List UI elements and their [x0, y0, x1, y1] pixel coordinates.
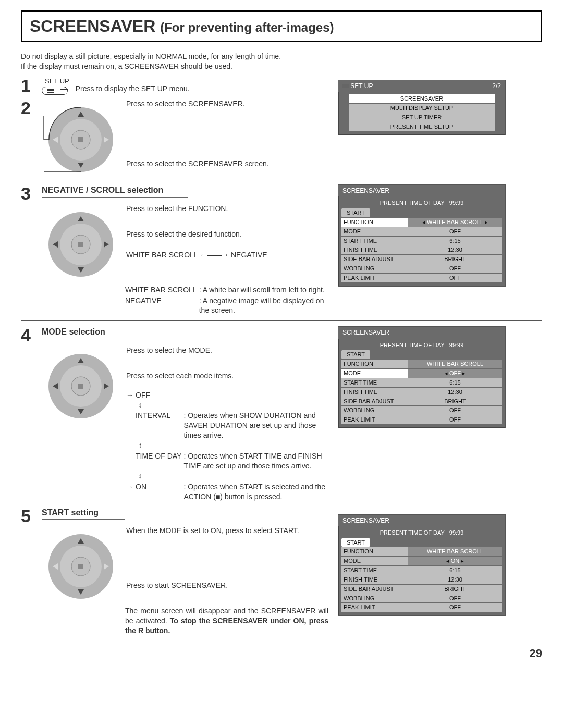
step-4-number: 4	[21, 326, 42, 344]
step-2-number: 2	[21, 99, 42, 117]
step-5-number: 5	[21, 507, 42, 525]
hamburger-icon	[47, 88, 54, 93]
hamburger-icon	[342, 83, 349, 89]
step-5-heading: START setting	[42, 507, 125, 520]
svg-rect-12	[78, 242, 83, 247]
intro-text: Do not display a still picture, especial…	[21, 52, 542, 71]
step-5-line-a: When the MODE is set to ON, press to sel…	[126, 526, 328, 536]
setup-button-label: SET UP	[42, 77, 69, 86]
title-main: SCREENSAVER	[30, 17, 155, 35]
intro-line-2: If the display must remain on, a SCREENS…	[21, 61, 542, 71]
step-4-line-a: Press to select the MODE.	[126, 346, 328, 355]
osd-setup-item-3: PRESENT TIME SETUP	[349, 122, 495, 131]
step-2-text-top: Press to select the SCREENSAVER.	[126, 99, 328, 109]
function-toggle-line: WHITE BAR SCROLL ←――→ NEGATIVE	[126, 250, 328, 260]
title-sub: (For preventing after-images)	[160, 20, 334, 34]
mode-cycle-table: →OFF ↕ INTERVAL: Operates when SHOW DURA…	[126, 390, 328, 503]
osd-screensaver-3: SCREENSAVER PRESENT TIME OF DAY 99:99 ST…	[338, 514, 506, 616]
step-5-line-b: Press to start SCREENSAVER.	[126, 581, 328, 590]
step-3-heading: NEGATIVE / SCROLL selection	[42, 184, 188, 198]
dpad-illustration	[42, 346, 120, 424]
page-title: SCREENSAVER (For preventing after-images…	[30, 15, 533, 38]
step-3-number: 3	[21, 184, 42, 202]
svg-rect-3	[78, 137, 83, 142]
page-title-box: SCREENSAVER (For preventing after-images…	[21, 10, 542, 42]
divider	[21, 320, 542, 321]
divider	[21, 640, 542, 640]
osd-screensaver-2: SCREENSAVER PRESENT TIME OF DAY 99:99 ST…	[338, 326, 506, 428]
function-definitions: WHITE BAR SCROLL: A white bar will scrol…	[125, 285, 328, 317]
page-number: 29	[21, 646, 542, 661]
svg-rect-20	[78, 384, 83, 389]
osd-setup-menu: SET UP 2/2 SCREENSAVER MULTI DISPLAY SET…	[338, 80, 506, 135]
dpad-illustration	[42, 204, 120, 282]
step-3-line-b: Press to select the desired function.	[126, 229, 328, 239]
osd-setup-item-1: MULTI DISPLAY SETUP	[349, 104, 495, 113]
osd-start-pill: START	[341, 208, 370, 217]
step-1-number: 1	[21, 77, 42, 94]
osd-setup-item-2: SET UP TIMER	[349, 113, 495, 122]
setup-button-illustration: SET UP	[42, 77, 69, 95]
step-4-heading: MODE selection	[42, 326, 136, 339]
step-3-line-a: Press to select the FUNCTION.	[126, 204, 328, 214]
osd-setup-item-0: SCREENSAVER	[349, 94, 495, 103]
intro-line-1: Do not display a still picture, especial…	[21, 52, 542, 61]
osd-screensaver-1: SCREENSAVER PRESENT TIME OF DAY 99:99 ST…	[338, 184, 506, 287]
osd-setup-title: SET UP	[350, 82, 373, 90]
step-2-text-bottom: Press to select the SCREENSAVER screen.	[126, 159, 328, 169]
step-1-text: Press to display the SET UP menu.	[76, 84, 328, 94]
step-5-tail: The menu screen will disappear and the S…	[125, 606, 328, 636]
svg-rect-28	[78, 564, 83, 569]
dpad-illustration	[42, 99, 120, 177]
osd-setup-page: 2/2	[492, 82, 501, 90]
osd-start-pill: START	[341, 350, 370, 359]
osd-start-pill: START	[341, 538, 370, 547]
step-4-line-b: Press to select each mode items.	[126, 371, 328, 381]
dpad-illustration	[42, 526, 120, 604]
